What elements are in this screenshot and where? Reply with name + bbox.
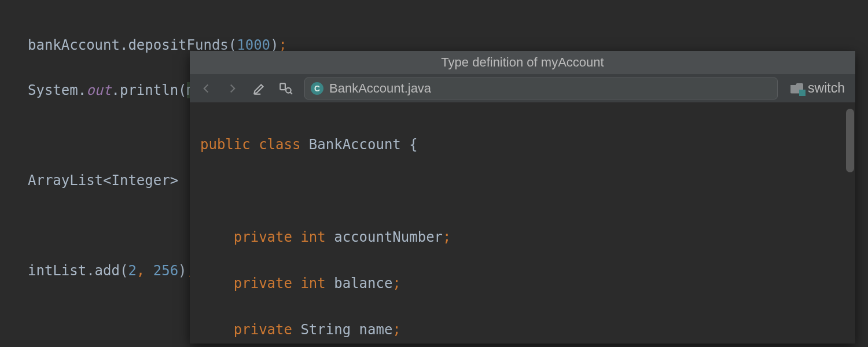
code-line[interactable]: private int balance; [200,272,845,295]
code-line[interactable]: private int accountNumber; [200,226,845,249]
scrollbar-thumb[interactable] [846,109,854,172]
type-definition-popup: Type definition of myAccount C BankAccou… [190,51,855,344]
show-find-icon[interactable] [278,80,294,97]
svg-point-1 [286,87,291,93]
code-line[interactable]: public class BankAccount { [200,133,845,156]
popup-toolbar: C BankAccount.java switch [190,74,855,103]
svg-rect-0 [280,83,285,90]
code-line [200,179,845,202]
code-line[interactable]: private String name; [200,318,845,341]
class-badge-icon: C [311,82,323,95]
nav-forward-icon[interactable] [225,80,241,97]
popup-title-bar[interactable]: Type definition of myAccount [190,51,855,74]
file-breadcrumb[interactable]: C BankAccount.java [304,77,778,99]
switch-button[interactable]: switch [788,80,847,96]
popup-title: Type definition of myAccount [441,55,604,70]
popup-code-viewer[interactable]: public class BankAccount { private int a… [190,103,855,344]
edit-source-icon[interactable] [251,80,267,97]
file-name: BankAccount.java [329,81,431,96]
folder-icon [790,83,803,94]
switch-label: switch [808,80,845,96]
nav-back-icon[interactable] [198,80,214,97]
